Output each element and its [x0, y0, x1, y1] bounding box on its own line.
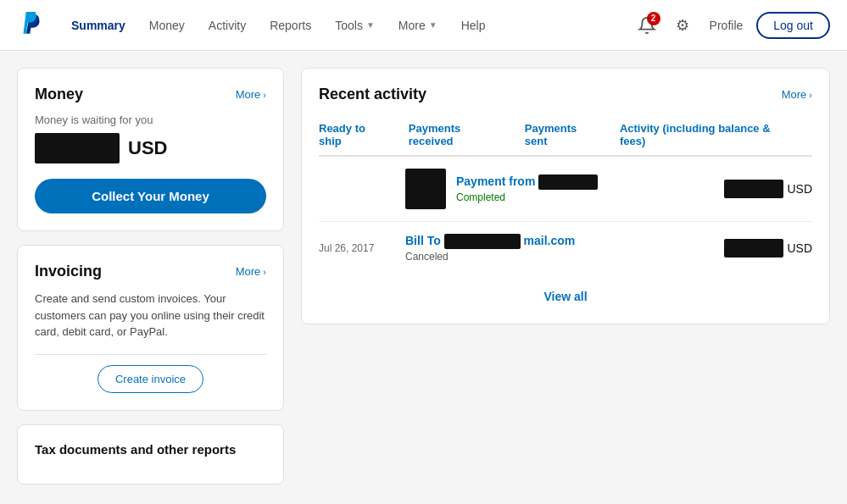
- money-more-arrow-icon: ›: [263, 90, 266, 100]
- nav-tools[interactable]: Tools▼: [323, 0, 387, 51]
- activity-amount-2: USD: [724, 239, 812, 258]
- settings-gear-icon[interactable]: ⚙: [669, 12, 696, 39]
- nav-activity[interactable]: Activity: [197, 0, 258, 51]
- recent-activity-card: Recent activity More › Ready to ship Pay…: [301, 68, 830, 324]
- invoicing-card: Invoicing More › Create and send custom …: [17, 245, 284, 411]
- right-column: Recent activity More › Ready to ship Pay…: [301, 68, 830, 485]
- activity-more-arrow-icon: ›: [809, 90, 812, 100]
- navbar: Summary Money Activity Reports Tools▼ Mo…: [0, 0, 847, 51]
- activity-amount-1: USD: [724, 180, 812, 198]
- money-card: Money More › Money is waiting for you US…: [17, 68, 284, 231]
- nav-money[interactable]: Money: [137, 0, 197, 51]
- invoicing-more-link[interactable]: More ›: [236, 265, 266, 278]
- nav-links: Summary Money Activity Reports Tools▼ Mo…: [59, 0, 633, 51]
- money-more-link[interactable]: More ›: [236, 88, 266, 101]
- paypal-logo[interactable]: [17, 12, 44, 39]
- view-all-link[interactable]: View all: [543, 290, 587, 303]
- collect-money-button[interactable]: Collect Your Money: [35, 179, 266, 213]
- currency-2: USD: [787, 241, 812, 255]
- amount-redacted-1: [724, 180, 783, 198]
- logout-button[interactable]: Log out: [756, 12, 830, 39]
- activity-header: Recent activity More ›: [319, 86, 812, 103]
- nav-help[interactable]: Help: [449, 0, 498, 51]
- tax-card: Tax documents and other reports: [17, 424, 284, 485]
- invoicing-card-header: Invoicing More ›: [35, 263, 266, 280]
- activity-info-2: Bill To mail.com Canceled: [405, 234, 714, 263]
- create-invoice-button[interactable]: Create invoice: [98, 365, 203, 393]
- activity-status-1: Completed: [456, 191, 714, 203]
- activity-date-2: Jul 26, 2017: [319, 242, 395, 254]
- nav-more[interactable]: More▼: [387, 0, 449, 51]
- left-column: Money More › Money is waiting for you US…: [17, 68, 284, 485]
- activity-status-2: Canceled: [405, 251, 714, 263]
- avatar: [405, 169, 446, 209]
- tab-activity-balance[interactable]: Activity (including balance & fees): [620, 115, 792, 157]
- money-subtitle: Money is waiting for you: [35, 114, 266, 126]
- invoicing-card-title: Invoicing: [35, 263, 102, 280]
- money-card-title: Money: [35, 86, 83, 103]
- currency-1: USD: [787, 182, 812, 196]
- nav-reports[interactable]: Reports: [258, 0, 323, 51]
- invoice-divider: [35, 354, 266, 355]
- money-amount-row: USD: [35, 133, 266, 163]
- tab-ready-to-ship[interactable]: Ready to ship: [319, 115, 388, 157]
- activity-more-link[interactable]: More ›: [782, 88, 812, 101]
- email-redacted-2: [444, 234, 521, 249]
- activity-name-2[interactable]: Bill To mail.com: [405, 234, 714, 249]
- notifications-bell[interactable]: 2: [633, 12, 660, 39]
- tax-card-title: Tax documents and other reports: [35, 442, 236, 457]
- view-all-row: View all: [319, 274, 812, 307]
- activity-name-1[interactable]: Payment from: [456, 174, 714, 190]
- activity-info-1: Payment from Completed: [456, 174, 714, 203]
- tab-payments-sent[interactable]: Payments sent: [525, 115, 599, 157]
- activity-tabs: Ready to ship Payments received Payments…: [319, 115, 812, 157]
- money-currency: USD: [128, 137, 167, 159]
- money-card-header: Money More ›: [35, 86, 266, 103]
- nav-right: 2 ⚙ Profile Log out: [633, 12, 830, 39]
- invoicing-description: Create and send custom invoices. Your cu…: [35, 291, 266, 341]
- activity-rows: Payment from Completed USD Jul 26, 2017: [319, 157, 812, 274]
- money-amount-redacted: [35, 133, 120, 163]
- table-row: Jul 26, 2017 Bill To mail.com Canceled U…: [319, 222, 812, 274]
- activity-title: Recent activity: [319, 86, 426, 103]
- name-redacted-1: [538, 174, 598, 190]
- tab-payments-received[interactable]: Payments received: [409, 115, 504, 157]
- notification-badge: 2: [647, 12, 660, 25]
- amount-redacted-2: [724, 239, 783, 258]
- profile-link[interactable]: Profile: [705, 19, 749, 32]
- tax-card-header: Tax documents and other reports: [35, 442, 266, 457]
- invoicing-more-arrow-icon: ›: [263, 267, 266, 277]
- table-row: Payment from Completed USD: [319, 157, 812, 222]
- nav-summary[interactable]: Summary: [59, 0, 137, 51]
- main-content: Money More › Money is waiting for you US…: [0, 51, 847, 501]
